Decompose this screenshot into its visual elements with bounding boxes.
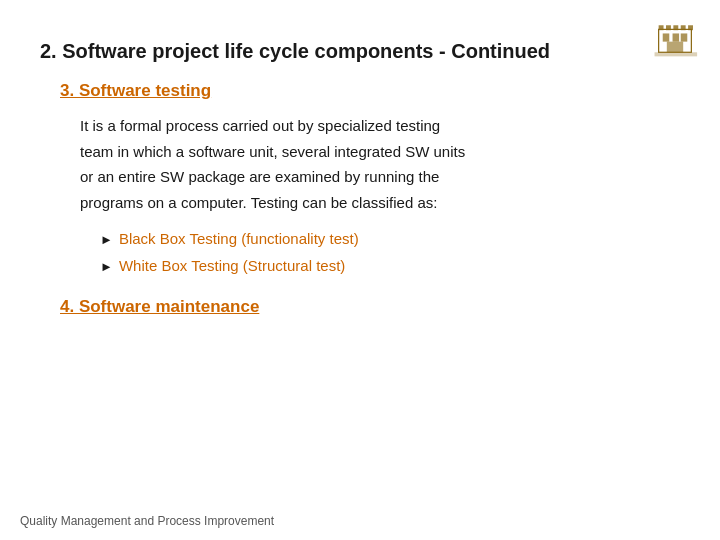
svg-rect-8 xyxy=(681,25,686,30)
bullet-item-1: ► Black Box Testing (functionality test) xyxy=(100,225,680,252)
svg-rect-10 xyxy=(655,52,698,56)
section3-heading: 3. Software testing xyxy=(60,81,680,101)
bullet-text-2: White Box Testing (Structural test) xyxy=(119,252,345,279)
slide: 2. Software project life cycle component… xyxy=(0,0,720,540)
svg-rect-7 xyxy=(673,25,678,30)
bullet-arrow-2: ► xyxy=(100,255,113,278)
svg-rect-4 xyxy=(667,41,683,52)
svg-rect-3 xyxy=(681,33,688,41)
body-line-1: It is a formal process carried out by sp… xyxy=(80,117,440,134)
bullet-list: ► Black Box Testing (functionality test)… xyxy=(100,225,680,279)
svg-rect-6 xyxy=(666,25,671,30)
section3-body: It is a formal process carried out by sp… xyxy=(80,113,680,215)
body-line-4: programs on a computer. Testing can be c… xyxy=(80,194,437,211)
logo xyxy=(645,10,705,60)
svg-rect-2 xyxy=(673,33,680,41)
svg-rect-9 xyxy=(688,25,693,30)
bullet-arrow-1: ► xyxy=(100,228,113,251)
bullet-item-2: ► White Box Testing (Structural test) xyxy=(100,252,680,279)
body-line-2: team in which a software unit, several i… xyxy=(80,143,465,160)
svg-rect-5 xyxy=(659,25,664,30)
section4-heading: 4. Software maintenance xyxy=(60,297,680,317)
bullet-text-1: Black Box Testing (functionality test) xyxy=(119,225,359,252)
body-line-3: or an entire SW package are examined by … xyxy=(80,168,439,185)
svg-rect-1 xyxy=(663,33,670,41)
main-title: 2. Software project life cycle component… xyxy=(40,40,680,63)
footer-text: Quality Management and Process Improveme… xyxy=(20,514,274,528)
